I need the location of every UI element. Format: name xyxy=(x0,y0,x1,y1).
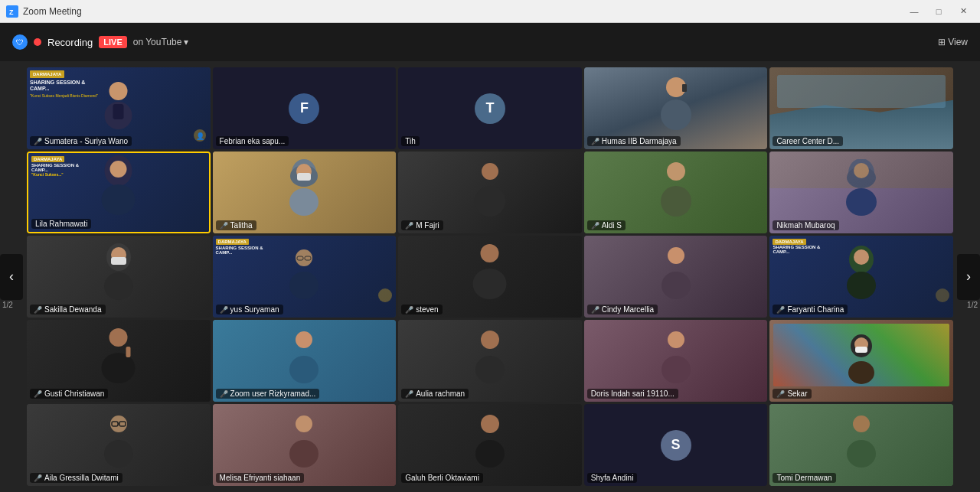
mic-off-icon: 🎤 xyxy=(591,222,599,230)
svg-point-64 xyxy=(847,440,876,468)
svg-rect-16 xyxy=(297,173,311,181)
participant-cell-doris: Doris Indah sari 19110... xyxy=(584,320,768,402)
svg-rect-28 xyxy=(111,257,126,265)
participant-cell-humas: 🎤 Humas IIB Darmajaya xyxy=(584,67,768,149)
svg-point-58 xyxy=(104,440,133,468)
mic-off-icon: 🎤 xyxy=(220,306,228,314)
label-melisa: Melisa Efriyanti siahaan xyxy=(216,473,305,483)
participant-cell-febrian: F Febrian eka sapu... xyxy=(213,67,397,149)
mic-off-icon: 🎤 xyxy=(34,306,42,314)
label-steven: 🎤 steven xyxy=(401,305,442,314)
participant-cell-steven: 🎤 steven xyxy=(398,236,582,318)
svg-point-53 xyxy=(848,361,874,384)
participant-cell-tomi: Tomi Dermawan xyxy=(769,404,953,486)
svg-point-40 xyxy=(847,272,876,299)
svg-point-44 xyxy=(296,331,312,348)
svg-rect-43 xyxy=(126,347,130,357)
participant-cell-gusti: 🎤 Gusti Christiawan xyxy=(27,320,211,402)
recording-dot xyxy=(34,38,41,46)
participant-cell-galuh: Galuh Berli Oktaviami xyxy=(398,404,582,486)
svg-point-62 xyxy=(475,440,505,468)
participant-cell-tih: T Tih xyxy=(398,67,582,149)
svg-point-49 xyxy=(662,356,691,383)
mic-off-icon: 🎤 xyxy=(34,474,42,482)
label-tomi: Tomi Dermawan xyxy=(773,473,835,483)
participant-cell-shyfa: S Shyfa Andini xyxy=(584,404,768,486)
mic-off-icon: 🎤 xyxy=(776,390,785,398)
chevron-down-icon: ▾ xyxy=(184,37,188,47)
label-lila: Lila Rahmawati xyxy=(31,219,91,229)
page-indicator-right: 1/2 xyxy=(967,300,978,308)
svg-point-48 xyxy=(668,331,684,348)
participant-cell-yus: DARMAJAYA SHARING SESSION &CAMP... xyxy=(213,236,397,318)
svg-point-21 xyxy=(661,186,691,217)
svg-point-12 xyxy=(101,184,135,215)
video-grid: DARMAJAYA SHARING SESSION &CAMP... "Kunc… xyxy=(27,61,953,492)
participant-cell-nikmah: Nikmah Mubaroq xyxy=(769,152,953,233)
top-bar: 🛡 Recording LIVE on YouTube ▾ ⊞ View xyxy=(0,23,980,61)
mic-off-icon: 🎤 xyxy=(591,306,599,314)
participant-cell-sakilla: 🎤 Sakilla Dewanda xyxy=(27,236,211,318)
label-tih: Tih xyxy=(401,136,420,146)
recording-area: 🛡 Recording LIVE on YouTube ▾ xyxy=(12,34,188,50)
svg-point-45 xyxy=(289,356,318,383)
shield-icon: 🛡 xyxy=(12,34,28,50)
svg-point-60 xyxy=(289,440,318,468)
svg-text:Z: Z xyxy=(9,8,14,16)
window-controls: — □ ✕ xyxy=(903,4,974,19)
svg-point-63 xyxy=(853,415,870,432)
label-aulia: 🎤 Aulia rachman xyxy=(401,389,469,399)
svg-point-34 xyxy=(480,244,498,262)
maximize-button[interactable]: □ xyxy=(928,4,949,19)
participant-cell-sumitera: DARMAJAYA SHARING SESSION &CAMP... "Kunc… xyxy=(27,67,211,149)
title-bar-left: Z Zoom Meeting xyxy=(6,5,82,18)
svg-point-35 xyxy=(472,269,506,299)
label-sekar: 🎤 Sekar xyxy=(773,389,811,399)
participant-cell-mfajri: 🎤 M Fajri xyxy=(398,152,582,233)
label-humas: 🎤 Humas IIB Darmajaya xyxy=(587,136,681,146)
mic-off-icon: 🎤 xyxy=(405,222,413,230)
view-button[interactable]: ⊞ View xyxy=(938,37,968,47)
label-sakilla: 🎤 Sakilla Dewanda xyxy=(30,305,106,314)
svg-point-59 xyxy=(296,415,312,432)
zoom-icon: Z xyxy=(6,5,18,18)
live-badge: LIVE xyxy=(99,36,126,48)
svg-rect-4 xyxy=(113,104,123,119)
svg-point-37 xyxy=(662,272,691,299)
close-button[interactable]: ✕ xyxy=(952,4,974,19)
label-galuh: Galuh Berli Oktaviami xyxy=(401,473,483,483)
svg-text:👤: 👤 xyxy=(196,132,205,141)
youtube-label[interactable]: on YouTube ▾ xyxy=(133,37,189,47)
label-yus: 🎤 yus Suryaman xyxy=(216,305,283,314)
svg-point-18 xyxy=(482,163,498,180)
participant-cell-aldi: 🎤 Aldi S xyxy=(584,152,768,233)
title-bar: Z Zoom Meeting — □ ✕ xyxy=(0,0,980,23)
label-career: Career Center D... xyxy=(773,136,843,146)
svg-point-9 xyxy=(661,99,691,130)
label-mfajri: 🎤 M Fajri xyxy=(401,220,443,230)
next-page-button[interactable]: › xyxy=(957,254,980,300)
svg-point-19 xyxy=(475,186,505,217)
participant-cell-zoom: 🎤 Zoom user Rizkyramad... xyxy=(213,320,397,402)
participant-cell-aila: 🎤 Aila Gressilla Dwitami xyxy=(27,404,211,486)
svg-point-11 xyxy=(109,161,126,178)
svg-point-39 xyxy=(854,249,869,265)
svg-point-46 xyxy=(481,331,499,349)
participant-cell-talitha: 🎤 Talitha xyxy=(213,152,397,233)
participant-cell-sekar: 🎤 Sekar xyxy=(769,320,953,402)
svg-point-41 xyxy=(109,328,127,347)
svg-rect-8 xyxy=(682,84,687,92)
svg-point-29 xyxy=(104,272,133,300)
label-aldi: 🎤 Aldi S xyxy=(587,220,626,230)
svg-point-61 xyxy=(481,415,499,433)
label-cindy: 🎤 Cindy Marcellia xyxy=(587,305,658,314)
participant-cell-aulia: 🎤 Aulia rachman xyxy=(398,320,582,402)
minimize-button[interactable]: — xyxy=(903,4,925,19)
participant-cell-melisa: Melisa Efriyanti siahaan xyxy=(213,404,397,486)
prev-page-button[interactable]: ‹ xyxy=(0,254,23,300)
window-title: Zoom Meeting xyxy=(23,6,82,17)
label-faryanti: 🎤 Faryanti Charina xyxy=(773,305,848,314)
label-doris: Doris Indah sari 19110... xyxy=(587,389,678,399)
svg-point-17 xyxy=(289,188,318,216)
mic-off-icon: 🎤 xyxy=(220,390,228,398)
